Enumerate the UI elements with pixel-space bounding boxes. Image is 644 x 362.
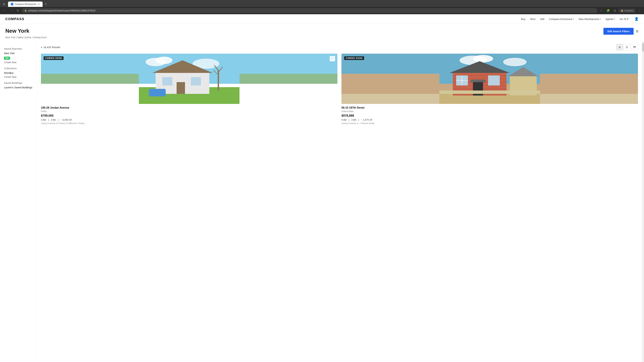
tab-favicon: C [11,3,14,5]
svg-point-20 [503,58,526,66]
agents-chevron: ▾ [614,18,615,20]
listing-separator-2: | [58,118,58,121]
page-title-area: New York [5,28,29,34]
saved-search-badge: 500 [4,57,10,60]
address-bar[interactable]: 🔒 compass.com/workspace/#/saved-search/6… [22,8,598,13]
create-new-search-link[interactable]: Create New [4,61,33,64]
listing-separator-3: | [349,118,349,121]
nav-goto[interactable]: Go To ▾ [620,17,628,20]
svg-rect-37 [440,90,540,94]
nav-sell[interactable]: Sell [540,17,544,20]
goto-chevron: ▾ [627,17,628,20]
svg-rect-9 [162,77,172,85]
saved-buildings-title: Saved Buildings [4,82,33,84]
back-button[interactable]: ← [2,8,8,13]
listing-card-1[interactable]: COMING SOON ♡ 185-28 Jordan Avenue Holli… [41,54,338,126]
listing-details-1: 4 BD | 2 BA | ~ 4,000 SF [41,118,338,121]
logo[interactable]: COMPASS [5,17,24,21]
listing-heart-button-1[interactable]: ♡ [330,56,335,61]
tab-title: Compass Workspaces [15,3,36,5]
results-count: 16,432 Results [44,46,60,49]
listing-details-2: 5 BD | 3 BA | ~ 1,575 SF [342,118,638,121]
new-tab-button[interactable]: + [43,1,48,7]
active-tab[interactable]: C Compass Workspaces ✕ [8,1,42,7]
listings-area: ▾ 16,432 Results ⊞ ☰ 🗺 [37,41,642,362]
listing-beds-2: 5 BD [342,118,347,121]
svg-marker-34 [470,80,486,82]
bookmark-button[interactable]: ☆ [599,8,604,13]
scrollbar-thumb[interactable] [642,43,644,51]
list-view-button[interactable]: ☰ [624,44,630,50]
main-content: Saved Searches New York 500 Create New C… [0,41,644,362]
edit-search-filters-button[interactable]: Edit Search Filters [604,28,634,35]
nav-new-development[interactable]: New Development ▾ [578,17,601,20]
listing-image-2: COMING SOON [342,54,638,104]
nav-buy[interactable]: Buy [521,17,526,20]
listing-agent-1: Listing Courtesy of Century 21 Milestone… [41,122,338,124]
listing-agent-2: Listing Courtesy of.../ Fletcher Realty [342,122,638,124]
listing-price-2: $978,888 [342,114,638,117]
grid-view-button[interactable]: ⊞ [616,44,623,50]
svg-rect-10 [191,77,201,85]
page-header: New York Edit Search Filters ⚙ [0,24,644,36]
new-development-chevron: ▾ [600,18,601,20]
tab-bar: ⬇ C Compass Workspaces ✕ + [0,0,644,7]
browser-chrome: ⬇ C Compass Workspaces ✕ + ← → ↻ 🔒 compa… [0,0,644,14]
svg-point-19 [473,55,493,62]
create-new-collection-link[interactable]: Create New [4,76,33,78]
settings-icon: ⚙ [636,29,639,33]
listing-address-1: 185-28 Jordan Avenue [41,106,338,109]
nav-rent[interactable]: Rent [530,17,536,20]
listing-baths-2: 3 BA [351,118,356,121]
listing-sqft-2: ~ 1,575 SF [361,118,372,121]
page-title: New York [5,28,29,34]
incognito-badge: 🕵️ Incognito [619,9,635,12]
coming-soon-badge-1: COMING SOON [44,56,64,60]
view-toggle: ⊞ ☰ 🗺 [616,44,638,50]
settings-button[interactable]: ⚙ [636,29,639,33]
sidebar: Saved Searches New York 500 Create New C… [0,41,37,362]
close-tab-button[interactable]: ✕ [38,3,40,5]
tab-list-button[interactable]: ⬇ [2,2,6,6]
sidebar-item-moodjoy[interactable]: Moodjoy [4,71,33,74]
saved-searches-title: Saved Searches [4,47,33,50]
listing-card-2[interactable]: COMING SOON 56-15 187th Street Auburndal… [342,54,638,126]
toolbar-right: ☆ 🧩 ⊡ 🕵️ Incognito ⋮ [599,8,642,13]
results-dropdown[interactable]: ▾ 16,432 Results [41,46,60,49]
listing-separator-1: | [48,118,49,121]
collections-title: Collections [4,67,33,70]
page-subtitle: New York | Sales | Active, Coming Soon [0,36,644,41]
extensions-button[interactable]: 🧩 [605,8,611,13]
refresh-button[interactable]: ↻ [16,8,20,13]
compass-exclusives-chevron: ▾ [573,18,574,20]
map-view-icon: 🗺 [633,46,636,49]
nav-user-icon[interactable]: 👤 [634,17,639,21]
forward-button[interactable]: → [9,8,14,13]
sidebar-item-new-york[interactable]: New York [4,52,33,55]
nav-agents[interactable]: Agents ▾ [606,17,615,20]
listings-grid: COMING SOON ♡ 185-28 Jordan Avenue Holli… [41,54,638,126]
page: COMPASS Buy Rent Sell Compass Exclusives… [0,14,644,362]
svg-rect-12 [149,89,166,96]
right-scrollbar[interactable] [642,41,644,362]
listing-baths-1: 2 BA [51,118,56,121]
listing-image-1: COMING SOON ♡ [41,54,338,104]
nav-compass-exclusives[interactable]: Compass Exclusives ▾ [549,17,574,20]
map-view-button[interactable]: 🗺 [631,44,638,50]
listing-separator-4: | [358,118,359,121]
browser-toolbar: ← → ↻ 🔒 compass.com/workspace/#/saved-se… [0,7,644,14]
more-button[interactable]: ⋮ [636,8,642,13]
sidebar-item-laurens-buildings[interactable]: Lauren's Saved Buildings [4,86,33,89]
svg-point-4 [156,57,172,64]
svg-text:C: C [12,3,12,5]
listing-neighborhood-1: Hollis [41,110,338,113]
svg-rect-13 [218,70,219,90]
listing-info-2: 56-15 187th Street Auburndale $978,888 5… [342,104,638,126]
list-view-icon: ☰ [626,46,628,49]
profile-button[interactable]: ⊡ [612,8,617,13]
svg-rect-11 [176,82,185,94]
incognito-icon: 🕵️ [621,9,623,12]
svg-rect-30 [488,75,500,85]
listing-price-1: $799,000 [41,114,338,117]
listing-address-2: 56-15 187th Street [342,106,638,109]
